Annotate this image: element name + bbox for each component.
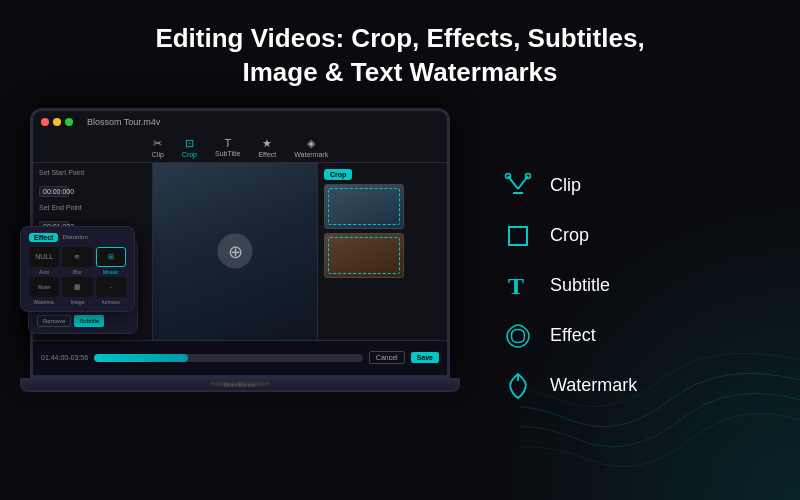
effect-mosaic-label: Mosaic bbox=[96, 269, 126, 275]
subtitle-toolbar-icon: T bbox=[224, 137, 231, 149]
effect-image[interactable]: ▦ bbox=[62, 277, 92, 297]
crop-toolbar-icon: ⊡ bbox=[185, 137, 194, 150]
svg-text:T: T bbox=[508, 273, 524, 299]
title-section: Editing Videos: Crop, Effects, Subtitles… bbox=[0, 0, 800, 108]
video-background bbox=[153, 163, 317, 340]
page-title: Editing Videos: Crop, Effects, Subtitles… bbox=[80, 22, 720, 90]
subtitle-button[interactable]: Subtitle bbox=[74, 315, 104, 327]
crop-toolbar-label: Crop bbox=[182, 151, 197, 158]
toolbar-clip[interactable]: ✂ Clip bbox=[152, 137, 164, 158]
feature-crop: Crop bbox=[500, 218, 760, 254]
feature-watermark: Watermark bbox=[500, 368, 760, 404]
watermark-label: Watermark bbox=[550, 375, 637, 396]
effect-badge: Effect bbox=[29, 233, 58, 242]
effect-watermark-label: Waterma. bbox=[29, 299, 59, 305]
effect-toolbar-icon: ★ bbox=[262, 137, 272, 150]
effect-blur-label: Blur bbox=[62, 269, 92, 275]
laptop-mockup: Subtitle Banting Scene Q31803 Finding ok… bbox=[10, 108, 470, 392]
effect-label: Effect bbox=[550, 325, 596, 346]
effect-grid: NULL Auto Water Waterma. ≋ Blur ▦ Image … bbox=[29, 247, 126, 305]
editor-timeline: 01:44:00-03:56 Cancel Save bbox=[33, 340, 447, 375]
toolbar-crop[interactable]: ⊡ Crop bbox=[182, 137, 197, 158]
crop-overlay-1 bbox=[328, 188, 400, 225]
effect-furrness-label: furrness bbox=[96, 299, 126, 305]
editor-right-panel: Crop bbox=[317, 163, 447, 340]
save-button[interactable]: Save bbox=[411, 352, 439, 363]
set-start-label: Set Start Point bbox=[39, 169, 84, 176]
effect-furrness[interactable]: ~ bbox=[96, 277, 126, 297]
feature-clip: Clip bbox=[500, 168, 760, 204]
remove-button[interactable]: Remove bbox=[37, 315, 71, 327]
feature-effect: Effect bbox=[500, 318, 760, 354]
crop-overlay-2 bbox=[328, 237, 400, 274]
watermark-toolbar-icon: ◈ bbox=[307, 137, 315, 150]
subtitle-label: Subtitle bbox=[550, 275, 610, 296]
effect-blur[interactable]: ≋ bbox=[62, 247, 92, 267]
video-preview bbox=[153, 163, 317, 340]
cancel-button[interactable]: Cancel bbox=[369, 351, 405, 364]
effect-image-label: Image bbox=[62, 299, 92, 305]
subtitle-toolbar-label: SubTitle bbox=[215, 150, 240, 157]
effect-icon bbox=[500, 318, 536, 354]
subtitle-icon: T bbox=[500, 268, 536, 304]
macbook-label: MacBook bbox=[224, 382, 256, 388]
clip-icon bbox=[500, 168, 536, 204]
maximize-button[interactable] bbox=[65, 118, 73, 126]
clip-label: Clip bbox=[550, 175, 581, 196]
effect-null-label: Auto bbox=[29, 269, 59, 275]
watermark-toolbar-label: Watermark bbox=[294, 151, 328, 158]
crop-icon bbox=[500, 218, 536, 254]
editor-toolbar: ✂ Clip ⊡ Crop T SubTitle ★ bbox=[33, 133, 447, 163]
svg-rect-5 bbox=[509, 227, 527, 245]
traffic-lights bbox=[41, 118, 73, 126]
laptop-base: MacBook bbox=[20, 378, 460, 392]
video-play-icon bbox=[218, 234, 253, 269]
close-button[interactable] bbox=[41, 118, 49, 126]
editor-header: Blossom Tour.m4v bbox=[33, 111, 447, 133]
set-end-label: Set End Point bbox=[39, 204, 82, 211]
start-time[interactable]: 00:00:000 bbox=[39, 186, 69, 197]
clip-toolbar-label: Clip bbox=[152, 151, 164, 158]
timeline-time: 01:44:00-03:56 bbox=[41, 354, 88, 361]
effect-mosaic[interactable]: ⊞ bbox=[96, 247, 126, 267]
crop-thumb-2 bbox=[324, 233, 404, 278]
timeline-progress bbox=[94, 354, 188, 362]
filename: Blossom Tour.m4v bbox=[87, 117, 160, 127]
toolbar-watermark[interactable]: ◈ Watermark bbox=[294, 137, 328, 158]
crop-action-button[interactable]: Crop bbox=[324, 169, 352, 180]
content-area: Subtitle Banting Scene Q31803 Finding ok… bbox=[0, 108, 800, 424]
watermark-icon bbox=[500, 368, 536, 404]
distortion-tab[interactable]: Distortion bbox=[62, 234, 87, 240]
timeline-bar[interactable] bbox=[94, 354, 363, 362]
effect-toolbar-label: Effect bbox=[258, 151, 276, 158]
effect-watermark[interactable]: Water bbox=[29, 277, 59, 297]
toolbar-effect[interactable]: ★ Effect bbox=[258, 137, 276, 158]
effect-null[interactable]: NULL bbox=[29, 247, 59, 267]
crop-thumb-1 bbox=[324, 184, 404, 229]
feature-subtitle: T Subtitle bbox=[500, 268, 760, 304]
toolbar-subtitle[interactable]: T SubTitle bbox=[215, 137, 240, 157]
effect-card: Effect Distortion NULL Auto Water Waterm… bbox=[20, 226, 135, 312]
minimize-button[interactable] bbox=[53, 118, 61, 126]
clip-toolbar-icon: ✂ bbox=[153, 137, 162, 150]
crop-label: Crop bbox=[550, 225, 589, 246]
feature-list: Clip Crop T Subtitle bbox=[470, 108, 780, 424]
